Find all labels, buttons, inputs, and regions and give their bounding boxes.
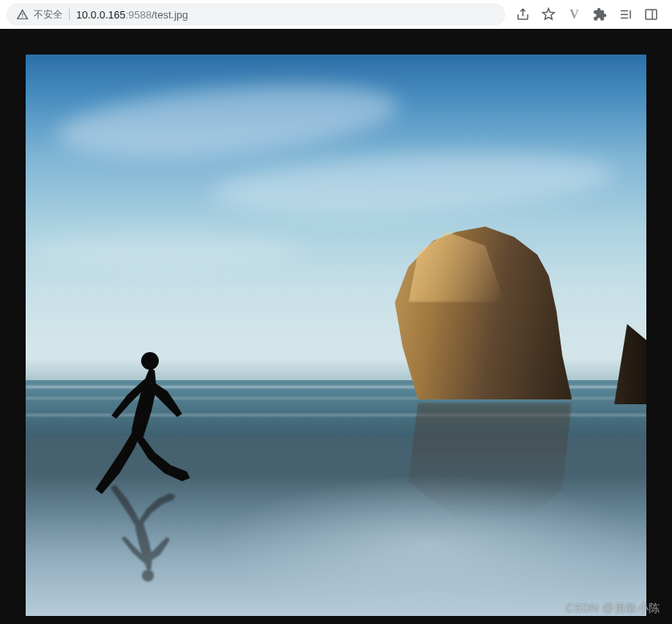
content-viewport: CSDN @勇敢小陈: [0, 29, 672, 624]
extensions-puzzle-icon[interactable]: [592, 6, 608, 22]
security-status-label: 不安全: [34, 8, 63, 22]
url-container[interactable]: 不安全 10.0.0.165:9588/test.jpg: [6, 3, 505, 26]
displayed-image[interactable]: [26, 55, 646, 616]
svg-rect-0: [646, 10, 657, 19]
v-extension-icon[interactable]: V: [566, 6, 582, 22]
toolbar-actions: V: [508, 6, 666, 22]
runner-silhouette: [87, 346, 200, 499]
cloud: [26, 234, 305, 266]
cloud: [211, 145, 617, 222]
watermark-text: CSDN @勇敢小陈: [565, 602, 661, 616]
svg-point-3: [142, 569, 154, 581]
bookmark-star-icon[interactable]: [540, 6, 557, 22]
svg-point-2: [141, 352, 159, 370]
side-panel-icon[interactable]: [643, 6, 659, 22]
share-icon[interactable]: [515, 6, 531, 22]
runner-reflection: [87, 481, 200, 586]
url-path: /test.jpg: [152, 9, 188, 21]
rock-formation: [379, 223, 572, 399]
not-secure-warning-icon[interactable]: [16, 8, 29, 21]
reading-list-icon[interactable]: [617, 6, 634, 22]
url-display[interactable]: 10.0.0.165:9588/test.jpg: [76, 9, 188, 21]
address-bar: 不安全 10.0.0.165:9588/test.jpg V: [0, 0, 672, 29]
rock-right: [614, 324, 646, 404]
url-host: 10.0.0.165: [76, 9, 125, 21]
url-port: :9588: [125, 9, 152, 21]
divider: [69, 9, 70, 20]
cloud: [55, 74, 400, 168]
